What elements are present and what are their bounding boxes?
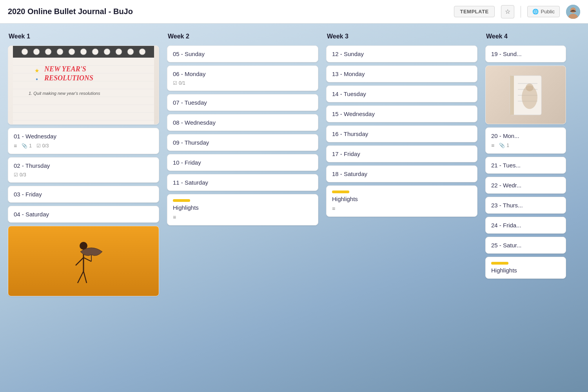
lines-icon: ≡ — [332, 205, 335, 212]
card-13-monday[interactable]: 13 - Monday — [326, 65, 477, 82]
avatar[interactable] — [566, 5, 580, 19]
card-21-tuesday[interactable]: 21 - Tues... — [485, 157, 566, 174]
card-11-saturday[interactable]: 11 - Saturday — [167, 174, 318, 191]
card-notebook-image[interactable]: NEW YEAR'S RESOLUTIONS ★ ● 1. Quit makin… — [8, 45, 159, 125]
book-svg — [506, 72, 545, 119]
card-22-title: 22 - Wedr... — [491, 182, 560, 189]
column-week2: Week 2 05 - Sunday 06 - Monday ☑ 0/1 07 … — [167, 33, 320, 392]
svg-point-15 — [139, 49, 145, 55]
card-02-thursday[interactable]: 02 - Thursday ☑ 0/3 — [8, 157, 159, 183]
card-20-desc: ≡ — [491, 142, 494, 149]
svg-text:NEW YEAR'S: NEW YEAR'S — [44, 65, 86, 73]
highlights-week2-meta: ≡ — [173, 214, 312, 220]
svg-point-5 — [22, 49, 28, 55]
card-06-meta: ☑ 0/1 — [173, 80, 312, 86]
lines-icon: ≡ — [173, 214, 176, 220]
card-12-title: 12 - Sunday — [332, 51, 472, 57]
card-highlights-week2[interactable]: Highlights ≡ — [167, 194, 318, 225]
card-highlights-week3[interactable]: Highlights ≡ — [326, 185, 477, 217]
card-20-meta: ≡ 📎 1 — [491, 142, 560, 149]
card-12-sunday[interactable]: 12 - Sunday — [326, 45, 477, 62]
highlights-3-lines-icon: ≡ — [332, 205, 335, 212]
highlights-bar-4 — [491, 262, 508, 265]
card-03-friday[interactable]: 03 - Friday — [8, 186, 159, 203]
highlights-week3-title: Highlights — [332, 196, 472, 202]
svg-point-11 — [92, 49, 98, 55]
clip-icon: 📎 — [499, 143, 505, 148]
lines-icon: ≡ — [491, 142, 494, 149]
svg-text:★: ★ — [34, 67, 40, 74]
column-content-week3: 12 - Sunday 13 - Monday 14 - Tuesday 15 … — [326, 45, 479, 392]
lines-icon: ≡ — [14, 143, 17, 149]
card-23-thursday[interactable]: 23 - Thurs... — [485, 197, 566, 214]
card-11-title: 11 - Saturday — [173, 179, 312, 186]
card-02-meta: ☑ 0/3 — [14, 172, 153, 178]
card-book-image[interactable] — [485, 65, 566, 124]
column-header-week3: Week 3 — [326, 33, 479, 40]
card-10-friday[interactable]: 10 - Friday — [167, 154, 318, 171]
card-19-sunday[interactable]: 19 - Sund... — [485, 45, 566, 62]
column-content-week2: 05 - Sunday 06 - Monday ☑ 0/1 07 - Tuesd… — [167, 45, 320, 392]
card-07-tuesday[interactable]: 07 - Tuesday — [167, 94, 318, 111]
svg-line-33 — [78, 271, 83, 283]
svg-text:RESOLUTIONS: RESOLUTIONS — [44, 74, 93, 82]
card-01-desc-icon: ≡ — [14, 143, 17, 149]
column-week1: Week 1 — [8, 33, 161, 392]
card-04-saturday[interactable]: 04 - Saturday — [8, 206, 159, 223]
card-06-check: ☑ 0/1 — [173, 80, 185, 86]
highlights-bar-3 — [332, 191, 349, 193]
svg-point-8 — [57, 49, 63, 55]
card-15-title: 15 - Wednesday — [332, 111, 472, 117]
board: Week 1 — [0, 24, 588, 392]
svg-rect-37 — [510, 76, 514, 115]
card-07-title: 07 - Tuesday — [173, 99, 312, 106]
card-08-wednesday[interactable]: 08 - Wednesday — [167, 114, 318, 131]
card-05-sunday[interactable]: 05 - Sunday — [167, 45, 318, 62]
column-header-week2: Week 2 — [167, 33, 320, 40]
card-01-check: ☑ 0/3 — [36, 143, 49, 149]
svg-point-10 — [80, 49, 87, 55]
card-18-saturday[interactable]: 18 - Saturday — [326, 165, 477, 182]
check-icon: ☑ — [173, 80, 177, 86]
card-02-check: ☑ 0/3 — [14, 172, 26, 178]
card-22-wednesday[interactable]: 22 - Wedr... — [485, 177, 566, 194]
highlights-bar — [173, 199, 190, 202]
card-16-thursday[interactable]: 16 - Thursday — [326, 125, 477, 142]
header: 2020 Online Bullet Journal - BuJo TEMPLA… — [0, 0, 588, 24]
svg-point-9 — [69, 49, 75, 55]
card-04-title: 04 - Saturday — [14, 211, 153, 218]
card-20-attach: 📎 1 — [499, 143, 509, 148]
page-title: 2020 Online Bullet Journal - BuJo — [8, 7, 448, 16]
column-header-week4: Week 4 — [485, 33, 568, 40]
card-14-tuesday[interactable]: 14 - Tuesday — [326, 85, 477, 102]
column-content-week1: NEW YEAR'S RESOLUTIONS ★ ● 1. Quit makin… — [8, 45, 161, 392]
card-24-title: 24 - Frida... — [491, 222, 560, 229]
card-25-saturday[interactable]: 25 - Satur... — [485, 237, 566, 254]
card-yellow-image[interactable] — [8, 226, 159, 296]
public-button[interactable]: 🌐 Public — [527, 6, 560, 17]
card-24-friday[interactable]: 24 - Frida... — [485, 217, 566, 234]
card-15-wednesday[interactable]: 15 - Wednesday — [326, 105, 477, 122]
template-button[interactable]: TEMPLATE — [454, 6, 494, 17]
card-20-monday[interactable]: 20 - Mon... ≡ 📎 1 — [485, 127, 566, 154]
card-06-monday[interactable]: 06 - Monday ☑ 0/1 — [167, 65, 318, 91]
card-18-title: 18 - Saturday — [332, 171, 472, 177]
card-19-title: 19 - Sund... — [491, 51, 560, 57]
card-highlights-week4[interactable]: Highlights — [485, 257, 566, 279]
svg-point-43 — [526, 83, 534, 91]
card-17-title: 17 - Friday — [332, 151, 472, 157]
divider — [521, 6, 521, 18]
card-08-title: 08 - Wednesday — [173, 119, 312, 126]
card-16-title: 16 - Thursday — [332, 131, 472, 137]
card-17-friday[interactable]: 17 - Friday — [326, 145, 477, 162]
book-image — [486, 66, 566, 124]
highlights-week3-meta: ≡ — [332, 205, 472, 212]
star-button[interactable]: ☆ — [501, 5, 514, 18]
card-01-wednesday[interactable]: 01 - Wednesday ≡ 📎 1 ☑ 0/3 — [8, 128, 159, 154]
highlights-week2-title: Highlights — [173, 204, 312, 211]
column-content-week4: 19 - Sund... — [485, 45, 568, 392]
card-09-title: 09 - Thursday — [173, 139, 312, 146]
svg-point-13 — [116, 49, 122, 55]
card-09-thursday[interactable]: 09 - Thursday — [167, 134, 318, 151]
column-week3: Week 3 12 - Sunday 13 - Monday 14 - Tues… — [326, 33, 479, 392]
